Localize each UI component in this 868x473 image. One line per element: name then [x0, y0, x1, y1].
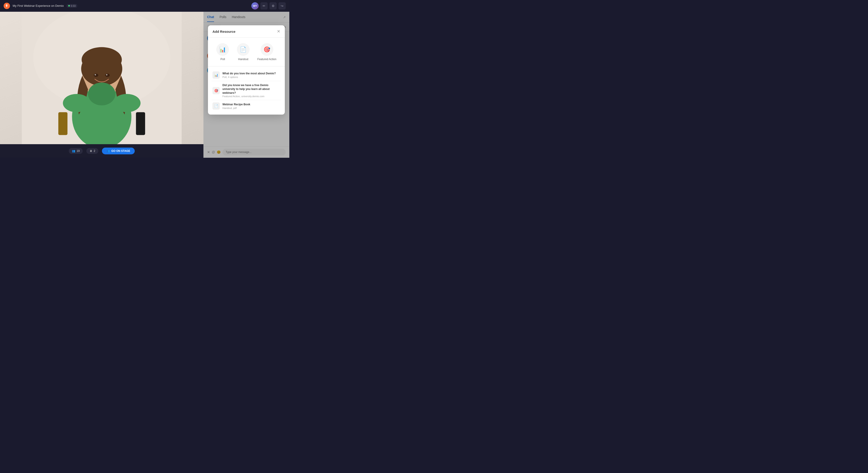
svg-point-14: [63, 94, 90, 112]
featured-action-icon: 🎯: [260, 43, 273, 56]
exit-icon-btn[interactable]: ↪: [278, 2, 286, 9]
list-item-text: Did you know we have a free Demio univer…: [222, 84, 280, 98]
timer-badge: 0:33: [66, 4, 77, 8]
modal-close-button[interactable]: ✕: [277, 29, 280, 34]
list-item-text: Webinar Recipe Book Handout, pdf: [222, 103, 280, 109]
svg-point-11: [88, 83, 115, 105]
handout-label: Handout: [238, 58, 248, 61]
list-item-icon-poll: 📊: [213, 71, 220, 78]
attendee-icon: 👥: [72, 149, 75, 153]
list-item-icon-featured-action: 🎯: [213, 87, 220, 94]
svg-point-8: [105, 74, 110, 77]
modal-list-item[interactable]: 📊 What do you love the most about Demio?…: [212, 69, 281, 81]
list-item-subtitle: Featured Action, university.demio.com: [222, 95, 280, 98]
go-stage-label: GO ON STAGE: [111, 149, 130, 153]
right-panel: Chat Polls Handouts ↗ Public ▾ All ? @ A…: [204, 12, 289, 158]
webinar-title: My First Webinar Experience on Demio: [13, 4, 64, 7]
resource-option-handout[interactable]: 📄 Handout: [237, 43, 250, 61]
handout-icon: 📄: [237, 43, 250, 56]
list-item-title: Did you know we have a free Demio univer…: [222, 84, 280, 95]
svg-point-6: [82, 47, 122, 72]
poll-icon: 📊: [216, 43, 229, 56]
modal-title: Add Resource: [213, 30, 236, 33]
modal-list-item[interactable]: 📄 Webinar Recipe Book Handout, pdf: [212, 100, 281, 112]
main-content: 👥 19 🖥 2 👥 GO ON STAGE Chat Polls: [0, 12, 289, 158]
featured-action-label: Featured Action: [257, 58, 276, 61]
modal-resource-options: 📊 Poll 📄 Handout 🎯 Featured Action: [208, 38, 285, 66]
svg-point-15: [113, 94, 141, 112]
screen-number: 2: [94, 149, 95, 153]
screen-icon: 🖥: [90, 149, 92, 153]
webinar-icon: 🎙: [4, 3, 10, 9]
add-resource-modal: Add Resource ✕ 📊 Poll 📄 Handout 🎯 Featur…: [208, 25, 285, 115]
go-stage-icon: 👥: [106, 149, 110, 153]
svg-point-7: [94, 74, 98, 77]
add-resource-modal-overlay: Add Resource ✕ 📊 Poll 📄 Handout 🎯 Featur…: [204, 12, 289, 158]
video-area: 👥 19 🖥 2 👥 GO ON STAGE: [0, 12, 204, 158]
resource-option-featured-action[interactable]: 🎯 Featured Action: [257, 43, 276, 61]
resource-option-poll[interactable]: 📊 Poll: [216, 43, 229, 61]
video-person-svg: [0, 12, 204, 144]
modal-resource-list: 📊 What do you love the most about Demio?…: [208, 66, 285, 115]
top-bar-right: WY ✏ ⚙ ↪: [251, 2, 286, 9]
video-feed: [0, 12, 204, 144]
top-bar: 🎙 My First Webinar Experience on Demio 0…: [0, 0, 289, 12]
list-item-subtitle: Poll, 4 options: [222, 76, 280, 78]
list-item-title: Webinar Recipe Book: [222, 103, 280, 106]
timer-dot: [68, 5, 70, 6]
list-item-title: What do you love the most about Demio?: [222, 72, 280, 75]
edit-icon-btn[interactable]: ✏: [260, 2, 268, 9]
attendee-number: 19: [76, 149, 80, 153]
timer-value: 0:33: [71, 4, 75, 7]
poll-label: Poll: [220, 58, 225, 61]
svg-rect-12: [58, 112, 67, 135]
svg-point-10: [106, 74, 107, 75]
list-item-icon-handout: 📄: [213, 102, 220, 109]
svg-point-9: [95, 74, 96, 75]
settings-icon-btn[interactable]: ⚙: [270, 2, 277, 9]
list-item-text: What do you love the most about Demio? P…: [222, 72, 280, 78]
video-bottom-bar: 👥 19 🖥 2 👥 GO ON STAGE: [0, 144, 204, 158]
screen-count-badge: 🖥 2: [86, 148, 98, 154]
top-bar-left: 🎙 My First Webinar Experience on Demio 0…: [4, 3, 77, 9]
list-item-subtitle: Handout, pdf: [222, 107, 280, 109]
modal-header: Add Resource ✕: [208, 25, 285, 38]
modal-list-item[interactable]: 🎯 Did you know we have a free Demio univ…: [212, 81, 281, 100]
attendee-count-badge: 👥 19: [69, 148, 83, 154]
svg-rect-13: [136, 112, 145, 135]
avatar[interactable]: WY: [251, 2, 258, 9]
go-on-stage-button[interactable]: 👥 GO ON STAGE: [102, 148, 135, 154]
